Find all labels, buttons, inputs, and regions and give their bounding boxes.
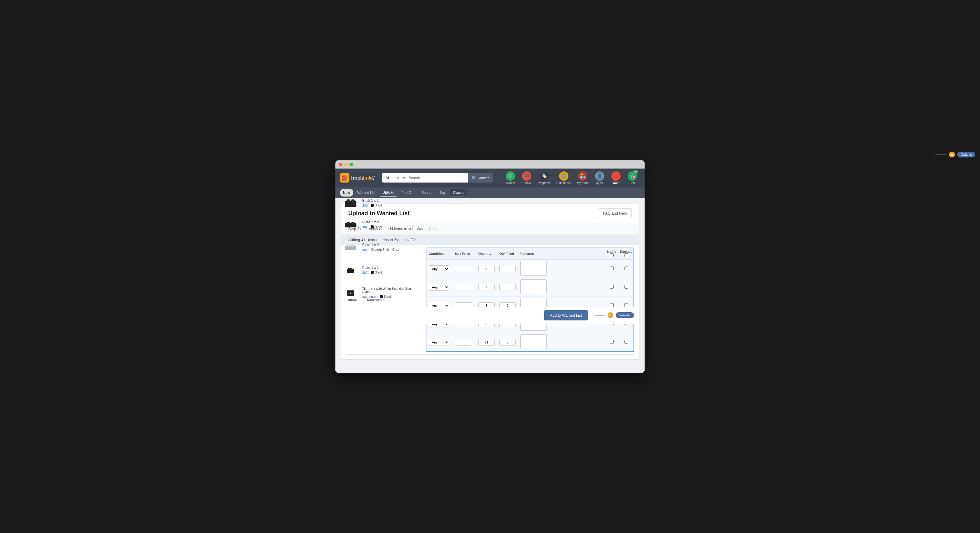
- quantity-input-5[interactable]: [478, 339, 495, 345]
- plate1x1-image: [347, 267, 355, 274]
- image-cell-2: [341, 219, 360, 230]
- item-link-4[interactable]: 3024: [362, 271, 369, 274]
- svg-rect-7: [347, 245, 350, 247]
- callout-b-label: B: [608, 312, 613, 318]
- community-icon: 🌐: [559, 172, 568, 181]
- item-link-3[interactable]: 3023: [362, 248, 369, 251]
- market-label: Market: [506, 181, 515, 185]
- svg-rect-10: [348, 268, 352, 269]
- mybl-label: My BL: [596, 181, 604, 185]
- svg-rect-5: [351, 222, 355, 224]
- nav-icons: 🛒 Market 🎮 Studio 🏷️ Programs 🌐 Communit…: [503, 170, 640, 186]
- mystore-label: My Store: [577, 181, 589, 185]
- item-link-1[interactable]: 3004: [362, 204, 369, 207]
- nav-want[interactable]: ❤️ Want: [608, 170, 624, 186]
- main-content: Upload to Wanted List FAQ and Help Step …: [336, 198, 644, 373]
- brick-image-1: [344, 199, 357, 208]
- svg-rect-9: [347, 269, 354, 273]
- svg-rect-3: [345, 223, 356, 228]
- nav-market[interactable]: 🛒 Market: [503, 170, 518, 186]
- nav-community[interactable]: 🌐 Community: [554, 170, 573, 186]
- remarks-cell-5: [518, 334, 605, 350]
- item-name-5: Tile 1 x 1 with White Sparkle / Star Pat…: [362, 287, 419, 294]
- color-dot-4: [371, 271, 374, 274]
- image-cell-1: [341, 197, 360, 210]
- mybl-icon: 👤: [595, 172, 605, 181]
- item-name-1: Brick 1 x 2: [362, 199, 419, 203]
- item-link-2[interactable]: 3023: [362, 225, 369, 229]
- cart-badge: 12: [633, 170, 638, 174]
- maxprice-cell-5: [453, 339, 476, 345]
- left-row-1: Brick 1 x 2 3004 Black: [341, 193, 639, 213]
- item-name-3: Plate 1 x 2: [362, 243, 419, 247]
- nav-mystore[interactable]: 🏪 My Store: [574, 170, 591, 186]
- mystore-icon: 🏪: [578, 172, 587, 181]
- community-label: Community: [556, 181, 571, 185]
- svg-text:✦: ✦: [349, 291, 352, 295]
- exclude-checkbox-5[interactable]: [624, 340, 628, 344]
- bottom-actions: Add to Wanted List B Validate: [341, 307, 639, 324]
- item-name-2: Plate 1 x 2: [362, 220, 419, 224]
- item-name-4: Plate 1 x 1: [362, 266, 419, 270]
- svg-rect-8: [351, 245, 355, 247]
- maxprice-input-5[interactable]: [455, 339, 471, 345]
- svg-rect-4: [347, 222, 350, 224]
- color-dot-5: [380, 295, 383, 298]
- plate-image-1: [344, 221, 357, 228]
- callout-b: B Validate: [593, 312, 634, 318]
- desc-cell-2: Plate 1 x 2 3023 Black: [360, 218, 421, 232]
- callout-b-connector: [593, 315, 605, 315]
- dot-maximize[interactable]: [349, 163, 353, 166]
- left-row-3: Plate 1 x 2 3023 Light Bluish Gray: [341, 236, 639, 259]
- color-dot-2: [371, 225, 374, 228]
- notify-cell-5: [605, 340, 619, 345]
- search-icon: 🔍: [472, 176, 476, 180]
- remarks-input-5[interactable]: [520, 334, 547, 349]
- browser-dots: [339, 163, 353, 166]
- studio-icon: 🎮: [522, 172, 531, 181]
- tile-star-image: ✦: [347, 290, 355, 296]
- image-cell-5: ✦: [341, 288, 360, 299]
- qtyfilled-input-5[interactable]: [500, 339, 515, 345]
- svg-rect-1: [347, 199, 350, 202]
- left-row-4: Plate 1 x 1 3024 Black: [341, 259, 639, 282]
- dot-close[interactable]: [339, 163, 342, 166]
- color-swatch-2: Black: [371, 225, 383, 229]
- want-label: Want: [612, 181, 619, 185]
- condition-select-5[interactable]: AnyNewUsed: [429, 339, 449, 346]
- nav-programs[interactable]: 🏷️ Programs: [536, 170, 553, 186]
- qtyfilled-cell-5: [497, 339, 518, 345]
- search-category-select[interactable]: All Items: [382, 173, 406, 183]
- search-button[interactable]: 🔍 Search: [468, 173, 493, 183]
- notify-checkbox-5[interactable]: [610, 340, 614, 344]
- programs-label: Programs: [538, 181, 550, 185]
- nav-cart[interactable]: 🛍️ 12 Cart: [625, 170, 640, 186]
- color-swatch-1: Black: [371, 204, 383, 207]
- nav-studio[interactable]: 🎮 Studio: [519, 170, 535, 186]
- item-link-5[interactable]: 3070pb344: [362, 295, 378, 299]
- desc-cell-5: Tile 1 x 1 with White Sparkle / Star Pat…: [360, 285, 421, 301]
- desc-cell-3: Plate 1 x 2 3023 Light Bluish Gray: [360, 240, 421, 255]
- color-swatch-3: Light Bluish Gray: [371, 248, 399, 251]
- left-row-5: ✦ Tile 1 x 1 with White Sparkle / Star P…: [341, 282, 639, 304]
- color-swatch-5: Black: [380, 295, 392, 298]
- svg-rect-2: [351, 199, 355, 202]
- logo-icon: 🧱: [340, 173, 349, 183]
- market-icon: 🛒: [506, 172, 515, 181]
- add-to-wanted-button[interactable]: Add to Wanted List: [544, 310, 588, 320]
- logo[interactable]: 🧱 bricklink®: [340, 173, 375, 183]
- nav-mybl[interactable]: 👤 My BL: [592, 170, 607, 186]
- color-dot-3: [371, 248, 374, 251]
- exclude-cell-5: [619, 340, 633, 345]
- dot-minimize[interactable]: [344, 163, 348, 166]
- cart-icon: 🛍️ 12: [628, 172, 637, 181]
- svg-rect-0: [345, 201, 356, 207]
- logo-text: bricklink®: [351, 175, 375, 181]
- table-row: AnyNewUsed: [426, 333, 633, 352]
- cart-label: Cart: [630, 181, 635, 185]
- studio-label: Studio: [523, 181, 531, 185]
- search-input[interactable]: [406, 173, 468, 183]
- desc-cell-1: Brick 1 x 2 3004 Black: [360, 196, 421, 210]
- color-dot-1: [371, 204, 374, 207]
- plate-image-2: [344, 244, 357, 251]
